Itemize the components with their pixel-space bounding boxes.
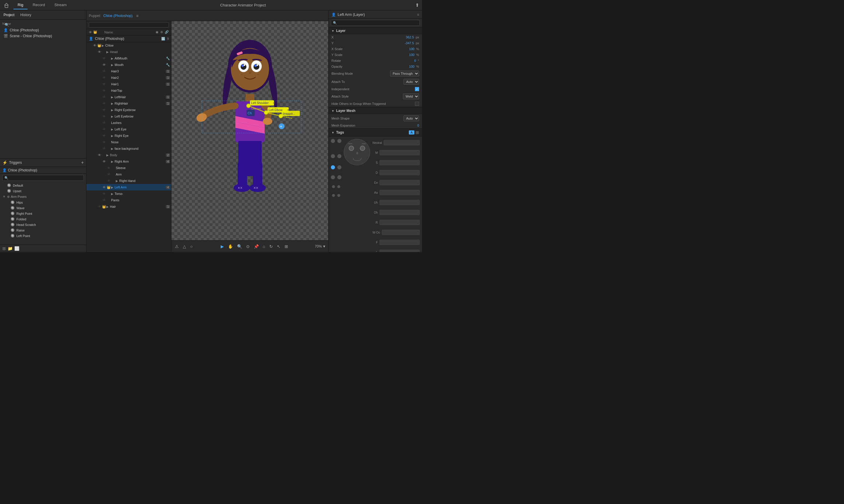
layer-row-hair2[interactable]: 👁 Hair2 1 [87,74,171,81]
layer-row-body[interactable]: 👁 ▶ Body 2 [87,152,171,158]
independent-checkbox[interactable]: ✓ [415,87,419,91]
triggers-search-input[interactable] [2,175,84,181]
pin-tool-btn[interactable]: 📌 [253,243,260,250]
cursor-tool-btn[interactable]: ↖ [276,243,282,250]
tags-grid-button[interactable]: ⊞ [416,130,419,135]
prop-y-value[interactable]: -347.5 [405,41,414,45]
arrow-icon[interactable]: ▶ [111,57,114,60]
puppet-name-link[interactable]: Chloe (Photoshop) [103,14,132,18]
vis-icon[interactable]: 👁 [92,44,97,47]
vis-icon[interactable]: 👁 [102,160,106,163]
viseme-r-bar[interactable] [379,220,420,225]
vis-icon[interactable]: 👁 [97,205,102,208]
face-dot[interactable] [337,154,341,158]
layer-row-mouth[interactable]: 👁 ▶ Mouth 🔧 [87,61,171,68]
arrow-icon[interactable]: ▶ [111,108,114,112]
layer-row-head[interactable]: 👁 ▶ Head [87,49,171,55]
record-circle-btn[interactable]: ⊙ [245,243,251,250]
face-dot[interactable] [337,175,341,179]
layer-row-hair1[interactable]: 👁 Hair1 1 [87,81,171,87]
canvas-area[interactable]: ×× ×× [172,21,328,252]
tab-project[interactable]: Project [2,12,16,18]
prop-rotate-value[interactable]: 0 [414,59,416,62]
trigger-folded[interactable]: 🔘 Folded [0,216,86,222]
viseme-d-bar[interactable] [379,170,420,175]
home-icon[interactable] [3,2,10,9]
face-dot[interactable] [331,154,335,158]
face-dot-active[interactable] [331,165,335,169]
layer-row-altmouth[interactable]: 👁 ▶ AltMouth 🔧 [87,55,171,61]
arrow-icon[interactable]: ▶ [111,134,114,138]
layer-row-right-hand[interactable]: 👁 ▶ Right Hand [87,178,171,184]
trigger-wave[interactable]: 🔘 Wave [0,205,86,211]
vis-icon[interactable]: 👁 [102,63,106,67]
attach-style-select[interactable]: Weld [403,93,419,99]
viseme-oh-bar[interactable] [379,210,420,215]
vis-icon[interactable]: 👁 [97,153,102,157]
rect-icon[interactable]: ⬜ [14,246,19,251]
vis-icon[interactable]: 👁 [102,76,106,79]
tags-a-button[interactable]: A [409,130,414,134]
tab-record[interactable]: Record [29,1,49,10]
attach-to-select[interactable]: Auto [403,79,419,85]
tab-rig[interactable]: Rig [14,1,28,10]
vis-icon[interactable]: 👁 [102,121,106,125]
layer-row-left-eyebrow[interactable]: 👁 ▶ Left Eyebrow [87,113,171,120]
hide-others-checkbox[interactable] [415,102,419,106]
layer-row-torso[interactable]: 👁 ▶ Torso [87,191,171,197]
layer-row-right-arm[interactable]: 👁 ▶ Right Arm 4 [87,158,171,165]
arrow-icon[interactable]: ▶ [111,115,114,118]
layer-section-header[interactable]: ▼ Layer [328,27,422,34]
layer-row-right-eyebrow[interactable]: 👁 ▶ Right Eyebrow [87,107,171,113]
arrow-icon[interactable]: ▶ [102,44,105,47]
rotate-tool-btn[interactable]: ↻ [268,243,274,250]
zoom-chevron[interactable]: ▼ [322,245,326,249]
prop-x-value[interactable]: 362.5 [406,35,414,39]
arrow-icon[interactable]: ▶ [106,50,110,54]
vis-icon[interactable]: 👁 [102,57,106,60]
arrow-icon[interactable]: ▶ [111,192,114,195]
prop-xscale-value[interactable]: 100 [409,47,414,51]
vis-icon[interactable]: 👁 [102,147,106,150]
face-dot-small[interactable] [337,185,340,188]
arrow-icon[interactable]: ▶ [111,147,114,150]
bone-tool-btn[interactable]: ⌂ [262,243,266,250]
viseme-ee-bar[interactable] [379,180,420,185]
arrow-icon[interactable]: ▶ [111,63,114,67]
layer-row-hair[interactable]: 👁 👑 ▶ Hair 1 [87,203,171,210]
vis-icon[interactable]: 👁 [102,95,106,99]
warn-tool-btn[interactable]: ⚠ [174,243,180,250]
vis-icon[interactable]: 👁 [102,140,106,144]
mesh-shape-select[interactable]: Auto [403,115,419,121]
arrow-tool-btn[interactable]: ▶ [219,243,225,250]
vis-icon[interactable]: 👁 [102,198,106,202]
project-item-chloe[interactable]: 👤 Chloe (Photoshop) [2,27,84,33]
circle-tool-btn[interactable]: ○ [189,243,194,250]
prop-opacity-value[interactable]: 100 [409,65,414,68]
grid-icon[interactable]: ⊞ [2,246,6,251]
layer-row-pants[interactable]: 👁 Pants [87,197,171,203]
trigger-left-point[interactable]: 🔘 Left Point [0,233,86,238]
layer-row-lashes[interactable]: 👁 Lashes [87,120,171,126]
project-item-scene[interactable]: 🎬 Scene - Chloe (Photoshop) [2,33,84,39]
layer-row-left-eye[interactable]: 👁 ▶ Left Eye [87,126,171,132]
face-dot[interactable] [337,165,341,169]
layer-search-input[interactable] [89,22,169,28]
layer-mesh-header[interactable]: ▼ Layer Mesh [328,107,422,114]
layer-row-lefthair[interactable]: 👁 ▶ LeftHair 1 [87,94,171,100]
vis-icon[interactable]: 👁 [102,114,106,118]
layer-row-face-bg[interactable]: 👁 ▶ face background [87,145,171,152]
viseme-m-bar[interactable] [379,150,420,155]
vis-icon[interactable]: 👁 [102,102,106,105]
viseme-s-bar[interactable] [379,160,420,165]
face-dot-small[interactable] [332,185,335,188]
trigger-item-upset[interactable]: 🔘 Upset [0,188,86,194]
props-menu-icon[interactable]: ≡ [417,13,419,17]
vis-icon[interactable]: 👁 [102,185,106,189]
viseme-l-bar[interactable] [379,250,420,252]
vis-icon[interactable]: 👁 [106,179,111,183]
face-dot-small[interactable] [332,194,335,197]
layer-row-hair3[interactable]: 👁 Hair3 1 [87,68,171,74]
vis-icon[interactable]: 👁 [106,166,111,170]
trigger-raise[interactable]: 🔘 Raise [0,228,86,233]
